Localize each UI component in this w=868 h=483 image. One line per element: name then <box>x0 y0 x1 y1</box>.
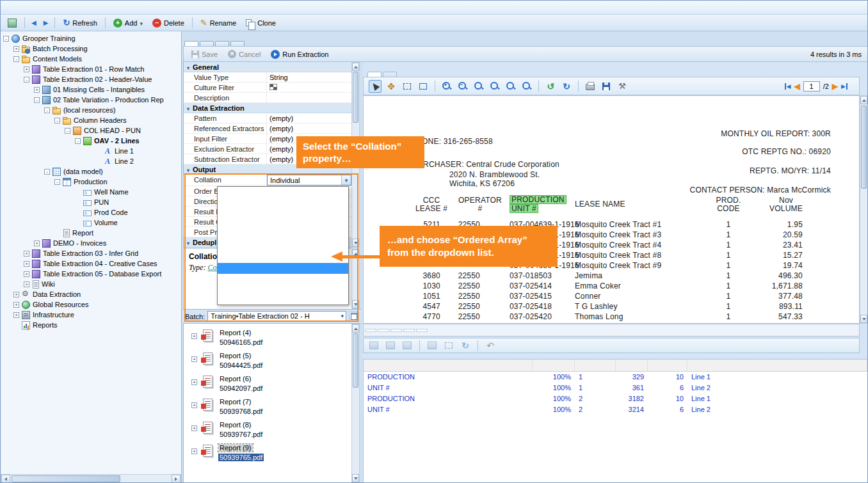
tree-expander[interactable]: - <box>44 107 50 113</box>
tree-expander[interactable]: + <box>24 271 29 277</box>
dropdown-option[interactable] <box>218 187 348 198</box>
zoom-fit-width-icon[interactable] <box>488 80 501 93</box>
batch-file-item[interactable]: + Report (9) 50939765.pdf <box>184 441 351 464</box>
batch-file-item[interactable]: + Report (4) 50946165.pdf <box>184 326 351 349</box>
tree-node[interactable]: - COL HEAD - PUN <box>1 125 181 136</box>
results-column-header[interactable] <box>687 360 867 371</box>
property-value[interactable]: (empty) <box>267 134 351 143</box>
crop-icon[interactable] <box>442 339 455 352</box>
tree-expander[interactable]: - <box>54 118 60 123</box>
property-value[interactable]: (empty) <box>267 113 351 123</box>
rotate-cw-icon[interactable] <box>560 80 573 93</box>
tree-node[interactable]: - Production <box>1 177 181 187</box>
tree-node[interactable]: + Table Extraction 01 - Row Match <box>1 64 181 74</box>
select-region-icon[interactable] <box>401 80 414 93</box>
rename-button[interactable]: Rename <box>197 17 240 29</box>
batch-open-button[interactable] <box>349 312 359 322</box>
property-value[interactable] <box>267 93 351 102</box>
file-expander[interactable]: + <box>191 379 197 385</box>
viewer-tab[interactable] <box>367 72 382 77</box>
contrast-icon[interactable] <box>384 339 397 352</box>
tree-expander[interactable]: - <box>34 97 40 103</box>
scroll-thumb[interactable] <box>353 72 358 123</box>
results-column-header[interactable] <box>648 360 687 371</box>
result-row[interactable]: UNIT # 100% 2 3214 6 Line 2 <box>364 404 867 415</box>
batch-file-item[interactable]: + Report (8) 50939767.pdf <box>184 418 351 441</box>
scroll-thumb[interactable] <box>12 475 120 482</box>
tree-node[interactable]: - Column Headers <box>1 115 181 125</box>
rotate-ccw-icon[interactable] <box>544 80 557 93</box>
tree-node[interactable]: - Content Models <box>1 54 181 64</box>
color-adjust-icon[interactable] <box>401 339 414 352</box>
property-row[interactable]: Pattern (empty) <box>184 113 351 123</box>
property-row[interactable]: Value Type String <box>184 72 351 83</box>
scroll-up-button[interactable] <box>352 63 359 71</box>
tree-node[interactable]: + Table Extraction 04 - Creative Cases <box>1 258 181 269</box>
forward-button[interactable]: ▶ <box>41 18 51 28</box>
tree-expander[interactable]: + <box>13 312 19 318</box>
zoom-dynamic-icon[interactable] <box>520 80 533 93</box>
dropdown-option[interactable] <box>218 209 348 219</box>
collation-combobox[interactable]: Individual <box>267 175 351 186</box>
scroll-up-button[interactable] <box>352 324 359 333</box>
file-expander[interactable]: + <box>191 333 197 339</box>
scroll-down-button[interactable] <box>352 474 359 482</box>
reload-page-icon[interactable] <box>459 339 472 352</box>
tree-node[interactable]: - (local resources) <box>1 105 181 115</box>
last-page-button[interactable]: ▶ <box>841 83 848 90</box>
tree-expander[interactable]: + <box>24 281 29 287</box>
tree-node[interactable]: + Infrastructure <box>1 310 181 320</box>
tree-expander[interactable]: + <box>24 67 29 72</box>
file-expander[interactable]: + <box>191 402 197 408</box>
results-column-header[interactable] <box>364 360 533 371</box>
property-row[interactable]: Exclusion Extractor (empty) <box>184 144 351 154</box>
zoom-actual-size-icon[interactable] <box>504 80 517 93</box>
brightness-icon[interactable] <box>367 339 380 352</box>
property-section-header[interactable]: Data Extraction <box>184 103 351 113</box>
property-row[interactable]: Input Filter (empty) <box>184 134 351 144</box>
document-vscrollbar[interactable] <box>860 95 868 324</box>
add-button[interactable]: +Add <box>109 17 147 29</box>
property-value[interactable]: (empty) <box>267 154 351 164</box>
tree-expander[interactable]: + <box>24 251 29 257</box>
menu-item[interactable] <box>7 6 19 10</box>
tree-expander[interactable]: + <box>13 302 19 308</box>
dropdown-option[interactable] <box>218 219 348 230</box>
results-column-header[interactable] <box>575 360 616 371</box>
tree-expander[interactable]: - <box>44 169 50 175</box>
tree-node[interactable]: - Grooper Training <box>1 33 181 44</box>
property-value[interactable]: String <box>267 72 351 82</box>
batch-file-item[interactable]: + Report (6) 50942097.pdf <box>184 372 351 395</box>
viewer-tab[interactable] <box>383 72 397 77</box>
previous-page-button[interactable]: ◀ <box>794 82 800 91</box>
tree-node[interactable]: Reports <box>1 320 181 330</box>
zoom-fit-page-icon[interactable] <box>472 80 485 93</box>
tab[interactable] <box>200 41 214 46</box>
back-button[interactable]: ◀ <box>29 18 39 28</box>
pointer-tool-icon[interactable] <box>369 80 382 93</box>
property-value[interactable] <box>267 83 351 92</box>
tree-node[interactable]: PUN <box>1 197 181 207</box>
tree-node[interactable]: - OAV - 2 Lines <box>1 136 181 146</box>
zoom-in-icon[interactable]: + <box>440 80 453 93</box>
tree-node[interactable]: Prod Code <box>1 207 181 218</box>
tree-node[interactable]: + 01 Missing Cells - Intangibles <box>1 84 181 95</box>
tree-expander[interactable]: - <box>24 77 29 83</box>
file-expander[interactable]: + <box>191 425 197 431</box>
export-image-icon[interactable] <box>426 339 438 352</box>
tree-expander[interactable]: + <box>13 46 19 52</box>
zoom-region-icon[interactable] <box>417 80 430 93</box>
scroll-up-button[interactable] <box>860 96 867 104</box>
print-icon[interactable] <box>584 80 597 93</box>
tree-node[interactable]: Line 2 <box>1 156 181 166</box>
filelist-vscrollbar[interactable] <box>351 324 360 483</box>
delete-button[interactable]: –Delete <box>149 17 188 29</box>
menu-item[interactable] <box>35 6 47 10</box>
tree-expander[interactable]: + <box>13 292 19 297</box>
dropdown-option[interactable] <box>218 263 348 274</box>
tree-expander[interactable]: - <box>3 36 9 42</box>
tree-expander[interactable]: - <box>54 179 60 185</box>
tree-hscrollbar[interactable] <box>1 474 181 483</box>
tree-node[interactable]: + Table Extraction 03 - Infer Grid <box>1 248 181 258</box>
tree-expander[interactable]: - <box>65 128 70 134</box>
